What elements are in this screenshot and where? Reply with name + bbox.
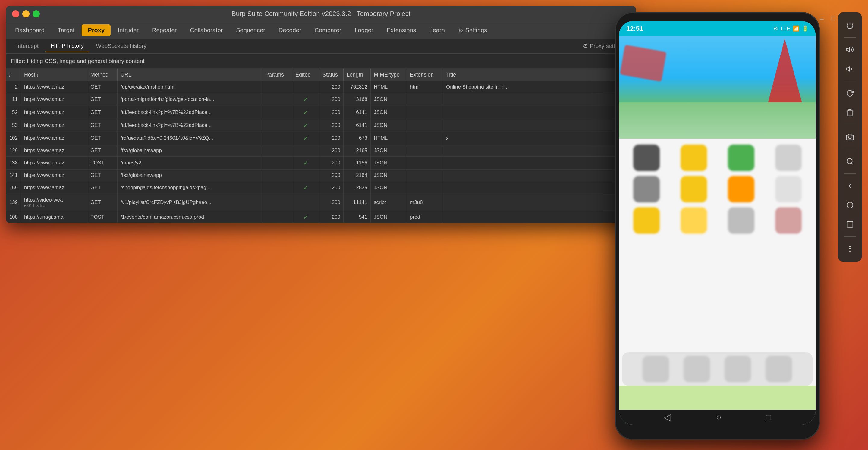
menu-logger[interactable]: Logger	[348, 24, 379, 36]
menu-bar: Dashboard Target Proxy Intruder Repeater…	[6, 22, 636, 38]
home-gesture-button[interactable]	[841, 197, 858, 214]
status-time: 12:51	[626, 25, 643, 33]
panel-minimize-button[interactable]: −	[819, 14, 824, 24]
app-icon[interactable]	[633, 207, 660, 234]
table-row[interactable]: 138 https://www.amaz POST /maes/v2 ✓ 200…	[6, 157, 636, 169]
app-icon[interactable]	[775, 144, 802, 171]
menu-comparer[interactable]: Comparer	[309, 24, 347, 36]
menu-intruder[interactable]: Intruder	[112, 24, 145, 36]
svg-rect-7	[847, 221, 853, 227]
col-title[interactable]: Title	[443, 69, 636, 81]
col-url[interactable]: URL	[118, 69, 262, 81]
burp-window: Burp Suite Community Edition v2023.3.2 -…	[6, 6, 636, 223]
separator	[844, 236, 856, 237]
table-row[interactable]: 11 https://www.amaz GET /portal-migratio…	[6, 93, 636, 106]
tab-intercept[interactable]: Intercept	[11, 40, 44, 52]
col-length[interactable]: Length	[344, 69, 371, 81]
status-bar: 12:51 ⚙ LTE 📶 🔋	[619, 21, 815, 36]
close-button[interactable]	[12, 10, 19, 18]
erase-button[interactable]	[841, 104, 858, 121]
tab-http-history[interactable]: HTTP history	[45, 40, 90, 52]
col-mime[interactable]: MIME type	[371, 69, 407, 81]
svg-point-9	[849, 249, 850, 249]
col-edited[interactable]: Edited	[292, 69, 319, 81]
separator	[844, 125, 856, 125]
phone-screen: 12:51 ⚙ LTE 📶 🔋	[619, 21, 815, 425]
table-row[interactable]: 159 https://www.amaz GET /shoppingaids/f…	[6, 181, 636, 194]
svg-point-6	[847, 202, 853, 208]
volume-down-button[interactable]	[841, 61, 858, 77]
right-toolbar	[838, 12, 862, 262]
menu-decoder[interactable]: Decoder	[273, 24, 307, 36]
more-button[interactable]	[841, 240, 858, 257]
phone-container: 12:51 ⚙ LTE 📶 🔋	[615, 12, 820, 440]
app-icon[interactable]	[775, 207, 802, 234]
menu-sequencer[interactable]: Sequencer	[230, 24, 271, 36]
power-button[interactable]	[841, 17, 858, 34]
svg-line-5	[851, 163, 853, 164]
col-host[interactable]: Host ↓	[21, 69, 87, 81]
menu-collaborator[interactable]: Collaborator	[184, 24, 229, 36]
game-area	[619, 36, 815, 138]
table-row[interactable]: 53 https://www.amaz GET /af/feedback-lin…	[6, 119, 636, 132]
svg-marker-1	[846, 47, 849, 52]
table-row[interactable]: 129 https://www.amaz GET /fsx/globalnav/…	[6, 145, 636, 157]
signal-icon: 📶	[793, 25, 799, 32]
menu-dashboard[interactable]: Dashboard	[9, 24, 51, 36]
app-icon[interactable]	[681, 176, 707, 202]
app-icon[interactable]	[728, 176, 754, 202]
menu-repeater[interactable]: Repeater	[146, 24, 183, 36]
menu-proxy[interactable]: Proxy	[82, 24, 111, 36]
panel-maximize-button[interactable]: □	[832, 14, 835, 24]
settings-status-icon: ⚙	[773, 25, 778, 32]
recents-gesture-button[interactable]	[841, 216, 858, 233]
table-body: 2 https://www.amaz GET /gp/gw/ajax/mshop…	[6, 81, 636, 223]
back-gesture-button[interactable]	[841, 178, 858, 194]
app-icon[interactable]	[775, 176, 802, 202]
filter-text: Filter: Hiding CSS, image and general bi…	[11, 58, 145, 64]
screenshot-button[interactable]	[841, 129, 858, 146]
menu-target[interactable]: Target	[52, 24, 81, 36]
minimize-button[interactable]	[22, 10, 30, 18]
svg-marker-2	[846, 67, 849, 71]
recents-nav-button[interactable]: □	[766, 413, 771, 422]
menu-settings[interactable]: ⚙ Settings	[452, 24, 493, 36]
gear-icon: ⚙	[458, 27, 464, 34]
zoom-button[interactable]	[841, 153, 858, 170]
table-row[interactable]: 141 https://www.amaz GET /fsx/globalnav/…	[6, 169, 636, 181]
dock-icon[interactable]	[643, 356, 669, 382]
menu-learn[interactable]: Learn	[424, 24, 451, 36]
col-status[interactable]: Status	[319, 69, 344, 81]
app-icon[interactable]	[633, 144, 660, 171]
home-nav-button[interactable]: ○	[716, 412, 721, 422]
dock-icon[interactable]	[766, 356, 792, 382]
volume-up-button[interactable]	[841, 41, 858, 58]
app-icon[interactable]	[728, 144, 754, 171]
app-icon[interactable]	[728, 207, 754, 234]
col-params[interactable]: Params	[262, 69, 292, 81]
app-icon[interactable]	[681, 207, 707, 234]
col-num: #	[6, 69, 21, 81]
app-icon[interactable]	[633, 176, 660, 202]
svg-point-8	[849, 246, 850, 247]
separator	[844, 173, 856, 174]
table-row[interactable]: 108 https://unagi.ama POST /1/events/com…	[6, 211, 636, 223]
tab-websockets-history[interactable]: WebSockets history	[90, 40, 152, 52]
maximize-button[interactable]	[33, 10, 40, 18]
table-row[interactable]: 2 https://www.amaz GET /gp/gw/ajax/mshop…	[6, 81, 636, 93]
table-row[interactable]: 139 https://video-wea el01.hls.li... GET…	[6, 194, 636, 211]
table-row[interactable]: 52 https://www.amaz GET /af/feedback-lin…	[6, 106, 636, 119]
menu-extensions[interactable]: Extensions	[381, 24, 422, 36]
back-nav-button[interactable]: ◁	[664, 412, 671, 423]
title-bar: Burp Suite Community Edition v2023.3.2 -…	[6, 6, 636, 22]
tab-bar: Intercept HTTP history WebSockets histor…	[6, 38, 636, 54]
table-header: # Host ↓ Method URL Params Edited Status…	[6, 69, 636, 81]
table-row[interactable]: 102 https://www.amaz GET /rd/uedata?ld&v…	[6, 132, 636, 145]
app-icon[interactable]	[681, 144, 707, 171]
window-title: Burp Suite Community Edition v2023.3.2 -…	[231, 10, 410, 18]
rotate-button[interactable]	[841, 85, 858, 102]
dock-icon[interactable]	[684, 356, 710, 382]
dock-icon[interactable]	[724, 356, 751, 382]
col-method[interactable]: Method	[87, 69, 118, 81]
col-extension[interactable]: Extension	[407, 69, 443, 81]
